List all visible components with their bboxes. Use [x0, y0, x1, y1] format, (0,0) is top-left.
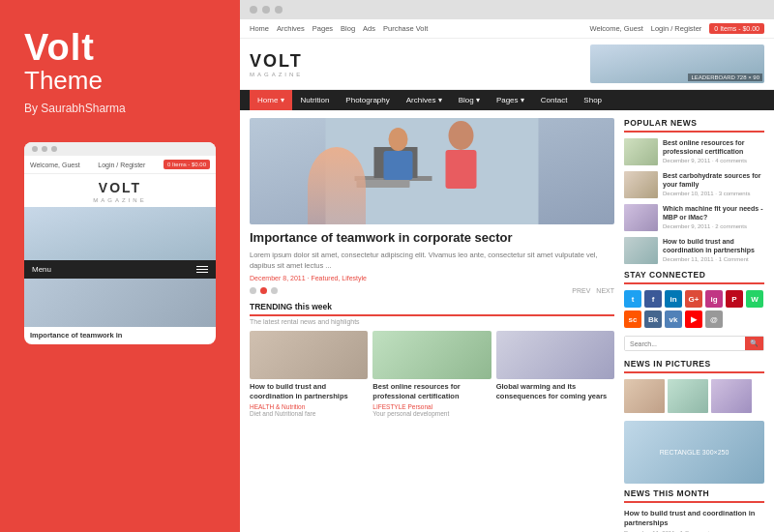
slider-dot-2[interactable] [260, 287, 267, 294]
pics-item-2[interactable] [668, 379, 708, 413]
topbar-ads[interactable]: Ads [363, 24, 375, 33]
search-button[interactable]: 🔍 [745, 337, 763, 350]
search-input[interactable] [625, 337, 745, 350]
popular-img-1 [624, 138, 658, 165]
trending-sub: The latest rental news and highlights [250, 318, 614, 325]
pics-item-3[interactable] [711, 379, 752, 413]
pics-grid [624, 379, 764, 413]
featured-title[interactable]: Importance of teamwork in corporate sect… [250, 230, 614, 247]
popular-content-3: Which machine fit your needs - MBP or iM… [663, 204, 764, 231]
svg-rect-0 [326, 118, 539, 224]
trending-grid: How to build trust and coordination in p… [250, 331, 614, 417]
topbar-blog[interactable]: Blog [341, 24, 355, 33]
popular-item-2: Best carbohydrate sources for your famil… [624, 171, 764, 198]
nav-item-photography[interactable]: Photography [338, 90, 397, 110]
stay-connected-title: STAY CONNECTED [624, 270, 764, 284]
nav-item-shop[interactable]: Shop [576, 90, 610, 110]
topbar-pages[interactable]: Pages [313, 24, 333, 33]
vk2-icon[interactable]: vk [665, 310, 682, 328]
trending-img-3 [496, 331, 614, 379]
youtube-icon[interactable]: ▶ [685, 310, 702, 328]
popular-item-3: Which machine fit your needs - MBP or iM… [624, 204, 764, 231]
featured-excerpt: Lorem ipsum dolor sit amet, consectetur … [250, 250, 614, 272]
mobile-hero-img-inner [24, 207, 216, 260]
mobile-preview: Welcome, Guest Login / Register 0 Items … [24, 142, 216, 344]
center-column: Importance of teamwork in corporate sect… [250, 118, 624, 532]
topbar-purchase[interactable]: Purchase Volt [383, 24, 428, 33]
site-logo-text: VOLT [250, 51, 590, 72]
topbar-archives[interactable]: Archives [277, 24, 305, 33]
website-content: Home Archives Pages Blog Ads Purchase Vo… [240, 19, 774, 532]
svg-rect-5 [384, 151, 413, 180]
trending-sub-1: Diet and Nutritional fare [250, 410, 368, 417]
month-title-1[interactable]: How to build trust and coordination in p… [624, 509, 764, 528]
mobile-guest-label: Welcome, Guest [30, 162, 80, 168]
trending-title-2[interactable]: Best online resources for professional c… [372, 382, 491, 401]
trending-title-1[interactable]: How to build trust and coordination in p… [250, 382, 368, 401]
popular-img-4 [624, 237, 658, 264]
browser-dot-red [250, 6, 257, 14]
search-box: 🔍 [624, 336, 764, 351]
pinterest-icon[interactable]: P [726, 290, 743, 308]
mobile-dot-2 [42, 146, 47, 152]
nav-item-contact[interactable]: Contact [533, 90, 576, 110]
nav-item-archives[interactable]: Archives ▾ [399, 90, 450, 110]
nav-item-nutrition[interactable]: Nutrition [293, 90, 338, 110]
brand-by: By SaurabhSharma [24, 102, 216, 115]
mobile-hamburger-icon[interactable] [196, 266, 208, 273]
mobile-hero-image [24, 207, 216, 260]
site-topbar-nav: Home Archives Pages Blog Ads Purchase Vo… [250, 24, 428, 33]
svg-rect-8 [357, 180, 410, 188]
brand-subtitle: Theme [24, 66, 216, 96]
topbar-home[interactable]: Home [250, 24, 269, 33]
google-icon[interactable]: G+ [685, 290, 702, 308]
trending-item-2: Best online resources for professional c… [372, 331, 491, 417]
nav-item-blog[interactable]: Blog ▾ [451, 90, 488, 110]
trending-title: TRENDING this week [250, 302, 614, 316]
topbar-cart-button[interactable]: 0 Items - $0.00 [709, 23, 764, 34]
site-header: VOLT MAGAZINE LEADERBOARD 728 × 90 [240, 39, 774, 90]
soundcloud-icon[interactable]: sc [624, 310, 641, 328]
popular-meta-4: December 11, 2011 · 1 Comment [663, 256, 764, 262]
slider-dot-1[interactable] [250, 287, 256, 294]
rectangle-ad: RECTANGLE 300×250 [624, 421, 764, 484]
right-panel: Home Archives Pages Blog Ads Purchase Vo… [240, 0, 774, 532]
mobile-login-link[interactable]: Login / Register [98, 162, 145, 168]
header-ad-label: LEADERBOARD 728 × 90 [688, 74, 762, 81]
slider-next[interactable]: NEXT [596, 287, 614, 294]
nav-item-pages[interactable]: Pages ▾ [489, 90, 532, 110]
whatsapp-icon[interactable]: W [746, 290, 763, 308]
popular-news-title: POPULAR NEWS [624, 118, 764, 133]
popular-title-1[interactable]: Best online resources for professional c… [663, 138, 764, 156]
instagram-icon[interactable]: ig [705, 290, 723, 308]
featured-meta: December 8, 2011 · Featured, Lifestyle [250, 275, 614, 281]
mail-icon[interactable]: @ [705, 310, 723, 328]
site-logo: VOLT MAGAZINE [250, 51, 590, 77]
topbar-login-link[interactable]: Login / Register [651, 24, 702, 33]
slider-dot-3[interactable] [271, 287, 278, 294]
slider-prev[interactable]: PREV [572, 287, 590, 294]
popular-img-3 [624, 204, 658, 231]
featured-image [250, 118, 614, 224]
vk-icon[interactable]: Bk [644, 310, 662, 328]
site-nav: Home ▾ Nutrition Photography Archives ▾ … [240, 90, 774, 110]
pics-item-1[interactable] [624, 379, 665, 413]
linkedin-icon[interactable]: in [665, 290, 682, 308]
nav-item-home[interactable]: Home ▾ [250, 90, 292, 110]
popular-title-3[interactable]: Which machine fit your needs - MBP or iM… [663, 204, 764, 222]
brand-title: Volt [24, 29, 216, 66]
twitter-icon[interactable]: t [624, 290, 641, 308]
featured-svg [250, 118, 614, 224]
news-this-month-title: NEWS THIS MONTH [624, 488, 764, 503]
mobile-cart-button[interactable]: 0 Items - $0.00 [164, 160, 210, 169]
trending-img-2 [372, 331, 491, 379]
popular-meta-1: December 9, 2011 · 4 comments [663, 158, 764, 163]
site-main: Importance of teamwork in corporate sect… [240, 110, 774, 532]
facebook-icon[interactable]: f [644, 290, 662, 308]
popular-title-2[interactable]: Best carbohydrate sources for your famil… [663, 171, 764, 189]
popular-content-1: Best online resources for professional c… [663, 138, 764, 165]
svg-point-6 [449, 121, 474, 150]
trending-title-3[interactable]: Global warming and its consequences for … [496, 382, 614, 401]
popular-title-4[interactable]: How to build trust and coordination in p… [663, 237, 764, 254]
mobile-menu-bar: Menu [24, 260, 216, 279]
